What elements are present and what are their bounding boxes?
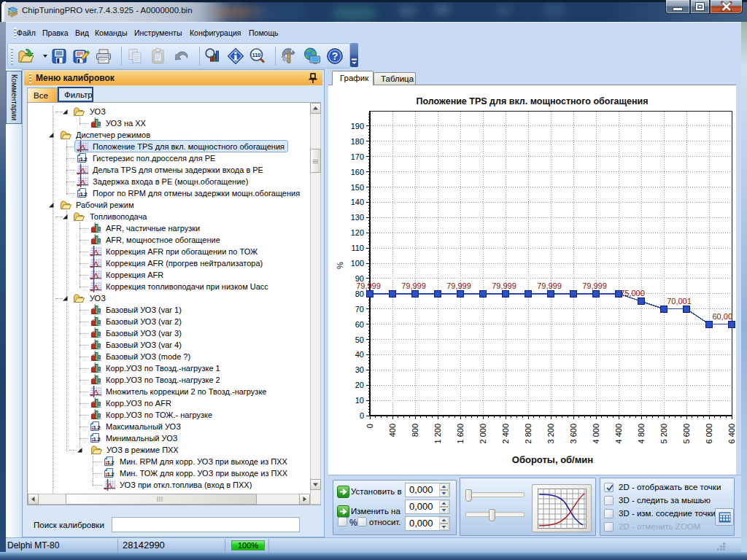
svg-text:79,999: 79,999 (582, 281, 607, 290)
svg-text:1 200: 1 200 (433, 424, 442, 444)
svg-text:4 000: 4 000 (592, 424, 600, 444)
svg-text:60,00: 60,00 (712, 312, 732, 321)
svg-text:140: 140 (351, 198, 364, 206)
svg-text:400: 400 (388, 424, 397, 437)
svg-text:60: 60 (355, 320, 364, 329)
svg-text:6 000: 6 000 (705, 424, 713, 444)
svg-text:50: 50 (355, 335, 364, 344)
svg-text:40: 40 (355, 350, 364, 359)
svg-text:1.2: 1.2 (107, 471, 115, 478)
svg-text:110: 110 (252, 52, 260, 58)
svg-text:2 800: 2 800 (524, 424, 533, 444)
svg-text:79,999: 79,999 (356, 281, 381, 290)
svg-text:1.2: 1.2 (107, 459, 115, 466)
svg-text:2 000: 2 000 (479, 424, 487, 444)
svg-text:1.2: 1.2 (93, 424, 101, 431)
svg-text:79,999: 79,999 (401, 281, 426, 290)
svg-text:10: 10 (355, 396, 364, 405)
svg-text:1 600: 1 600 (456, 424, 465, 444)
svg-text:3 600: 3 600 (569, 424, 578, 444)
svg-text:190: 190 (351, 122, 364, 131)
svg-text:20: 20 (355, 381, 364, 389)
svg-text:5 200: 5 200 (659, 424, 668, 444)
svg-text:79,999: 79,999 (537, 281, 562, 290)
svg-text:120: 120 (351, 228, 364, 237)
svg-text:800: 800 (411, 424, 419, 437)
svg-text:30: 30 (355, 365, 364, 374)
svg-text:5 600: 5 600 (682, 424, 691, 444)
svg-text:4 400: 4 400 (614, 424, 623, 444)
svg-text:100: 100 (351, 259, 364, 268)
svg-text:75,000: 75,000 (620, 289, 645, 298)
svg-text:?: ? (332, 50, 338, 62)
svg-text:4 800: 4 800 (637, 424, 646, 444)
svg-text:%: % (336, 262, 344, 269)
svg-text:6 400: 6 400 (727, 424, 736, 444)
svg-text:0: 0 (360, 411, 364, 420)
svg-text:80: 80 (355, 289, 364, 298)
svg-text:79,999: 79,999 (446, 281, 471, 290)
svg-text:79,999: 79,999 (492, 281, 516, 290)
svg-text:0: 0 (365, 424, 374, 428)
svg-text:160: 160 (351, 168, 364, 176)
svg-text:1.2: 1.2 (80, 156, 88, 163)
svg-text:1.2: 1.2 (80, 191, 88, 198)
svg-text:150: 150 (351, 183, 364, 192)
svg-text:110: 110 (351, 244, 364, 252)
svg-text:180: 180 (351, 137, 364, 146)
svg-text:70: 70 (355, 305, 364, 314)
svg-text:130: 130 (351, 213, 364, 222)
svg-text:70,001: 70,001 (667, 297, 692, 306)
svg-text:170: 170 (351, 152, 364, 161)
svg-text:2 400: 2 400 (501, 424, 510, 444)
svg-text:1.2: 1.2 (93, 436, 101, 443)
svg-text:3 200: 3 200 (546, 424, 555, 444)
